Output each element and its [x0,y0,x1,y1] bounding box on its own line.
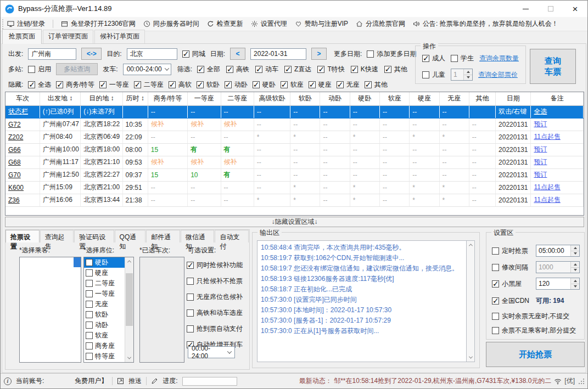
column-header[interactable]: 日期 [496,92,531,105]
column-header[interactable]: 动卧 [320,92,350,105]
timed-grab-checkbox[interactable]: 定时抢票 [492,246,528,256]
train-row[interactable]: G68广州南11:17北京西21:1009:53候补候补候补----------… [5,156,584,168]
hide-column-checkbox[interactable]: 全选 [28,80,51,89]
date-input[interactable]: 2022-01-31 [250,48,306,60]
passenger-list[interactable] [19,257,81,363]
query-all-prices-link[interactable]: 查询全部票价 [478,70,518,80]
child-checkbox[interactable]: 儿童 [422,70,445,80]
train-row[interactable]: Z202广州08:40北京西06:4922:09------**--*--**-… [5,131,584,143]
blacklist-checkbox[interactable]: 小黑屋 [492,279,522,289]
student-checkbox[interactable]: 学生 [451,54,474,63]
settings-tab[interactable]: 抢票设置 [5,230,40,243]
scroll-track[interactable] [467,249,474,353]
close-button[interactable]: × [563,1,587,17]
dest-input[interactable]: 北京 [127,48,177,60]
scroll-up-arrow[interactable] [467,241,474,249]
toolbar-item[interactable]: 免登录打开12306官网 [61,19,135,29]
column-header[interactable]: 高级软卧 [254,92,290,105]
booking-link[interactable]: 11点起售 [531,181,584,194]
hide-column-checkbox[interactable]: 软卧 [197,80,220,89]
hide-column-checkbox[interactable]: 其他 [365,80,388,89]
hide-column-checkbox[interactable]: 商务/特等 [56,80,94,89]
seat-list[interactable]: 硬卧硬座二等座一等座无座软卧动卧软座商务座特等座 [83,257,134,363]
status-row[interactable]: 状态栏(↑)已选0列(↓)未选7列--------------------双击/… [5,105,584,118]
scroll-down-arrow[interactable] [125,354,133,362]
cdn-checkbox[interactable]: 全国CDN [492,296,529,306]
selected-trains-list[interactable] [139,257,184,363]
train-row[interactable]: K600广州15:09北京西21:0029:51--------*--*--**… [5,181,584,194]
timed-grab-time-spinner[interactable]: 05:00:00 [536,245,580,257]
seat-option[interactable]: 硬卧 [84,257,125,268]
train-row[interactable]: Z36广州16:06北京西13:4421:38------**--*--**--… [5,194,584,206]
train-row[interactable]: G70广州南12:50北京西22:2709:371510有-----------… [5,168,584,181]
seat-option[interactable]: 商务座 [84,341,125,351]
depart-input[interactable]: 广州南 [28,48,76,60]
seat-option[interactable]: 二等座 [84,278,125,289]
hide-column-checkbox[interactable]: 硬卧 [253,80,276,89]
multi-query-button[interactable]: 多站查询 [56,63,98,75]
train-type-checkbox[interactable]: 动车 [255,65,278,74]
multi-enable-checkbox[interactable]: 启用 [28,65,51,74]
query-tickets-button[interactable]: 查询 车票 [530,49,576,84]
train-type-checkbox[interactable]: 高铁 [226,65,249,74]
settings-tab[interactable]: QQ通知 [115,230,146,243]
hide-column-checkbox[interactable]: 软座 [281,80,304,89]
seat-option[interactable]: 动卧 [84,320,125,330]
hide-column-checkbox[interactable]: 高软 [169,80,192,89]
output-scrollbar[interactable] [466,240,475,362]
interval-spinner[interactable]: 1000 [536,261,580,273]
hide-column-checkbox[interactable]: 硬座 [309,80,332,89]
minimize-button[interactable] [513,1,538,17]
seat-option[interactable]: 特等座 [84,351,125,362]
date-prev-button[interactable]: < [230,48,245,60]
booking-link[interactable]: 11点起售 [531,131,584,143]
train-type-checkbox[interactable]: 其他 [384,65,407,74]
seat-option[interactable]: 硬座 [84,268,125,278]
settings-tab[interactable]: 自动支付 [215,230,249,243]
date-next-button[interactable]: > [311,48,327,60]
depart-time-select[interactable]: 00:00-24:00 [123,64,171,75]
column-header[interactable]: 备注 [531,92,584,105]
train-number-link[interactable]: Z202 [5,131,40,143]
train-row[interactable]: G66广州南10:00北京西18:0008:0015有有------------… [5,143,584,156]
toolbar-item[interactable]: 分流抢票官网 [356,19,405,29]
toolbar-item[interactable]: 检查更新 [207,19,243,29]
hide-column-checkbox[interactable]: 一等座 [99,80,129,89]
booking-link[interactable]: 预订 [531,143,584,156]
interval-checkbox[interactable]: 修改间隔 [492,263,528,272]
hide-column-checkbox[interactable]: 动卧 [225,80,248,89]
grab-time-range-select[interactable]: 00:00-24:00 [188,346,235,358]
seat-list-scrollbar[interactable] [125,257,133,362]
status-bar-link[interactable]: 状态栏 [5,105,40,118]
column-header[interactable]: 无座 [439,92,469,105]
scroll-track[interactable] [125,266,133,354]
column-header[interactable]: 车次 [5,92,40,105]
train-number-link[interactable]: G72 [5,118,40,131]
booking-link[interactable]: 11点起售 [531,194,584,206]
column-header[interactable]: 一等座 [188,92,221,105]
toolbar-item[interactable]: 同步服务器时间 [143,19,199,29]
hide-settings-divider[interactable]: ↓隐藏设置区域↓ [5,217,584,227]
settings-tab[interactable]: 验证码设置 [74,230,114,243]
grab-option-checkbox[interactable]: 高铁和动车选座 [187,308,248,318]
column-header[interactable]: 其他 [469,92,495,105]
column-header[interactable]: 商务/特等 [148,92,187,105]
seat-option[interactable]: 一等座 [84,289,125,299]
grab-option-checkbox[interactable]: 无座席位也候补 [187,292,248,302]
scroll-up-arrow[interactable] [125,257,133,266]
no-seat-no-submit-checkbox[interactable]: 实时余票无座时,不提交 [492,312,569,321]
booking-link[interactable]: 预订 [531,118,584,131]
toolbar-item[interactable]: 注销/登录 [7,19,45,29]
settings-tab[interactable]: 微信通知 [181,230,215,243]
passenger-list-scrollbar[interactable] [74,257,81,267]
push-label[interactable]: 推送 [128,376,142,386]
query-remaining-tickets-link[interactable]: 查询余票数量 [479,54,519,63]
column-header[interactable]: 硬座 [410,92,439,105]
output-log[interactable]: 10:58:48:4 查询完毕，本次查询共用时:435毫秒。10:58:19:7… [257,240,466,362]
train-type-checkbox[interactable]: 全部 [197,65,220,74]
column-header[interactable]: 软座 [380,92,410,105]
same-city-checkbox[interactable]: 同城 [182,49,205,59]
partial-submit-checkbox[interactable]: 余票不足乘客时,部分提交 [492,326,576,335]
child-count-spinner[interactable]: 1 [451,69,473,81]
seat-option[interactable]: 软卧 [84,309,125,320]
